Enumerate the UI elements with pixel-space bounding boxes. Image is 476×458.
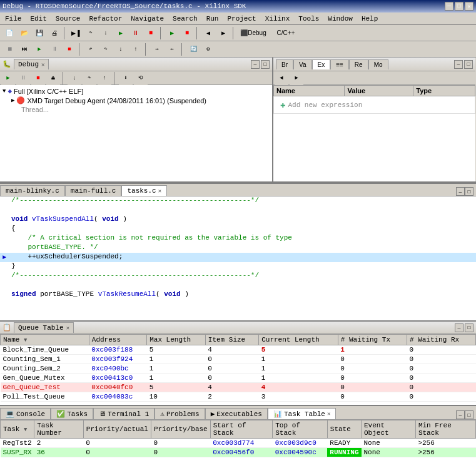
close-button[interactable]: ✕ bbox=[465, 2, 473, 11]
step-over-dbg-btn[interactable]: ↷ bbox=[83, 71, 96, 85]
terminate-button[interactable]: ■ bbox=[144, 26, 158, 40]
tb2-btn3[interactable]: ▶ bbox=[33, 43, 46, 56]
tab-executables[interactable]: ▶ Executables bbox=[205, 408, 268, 419]
expr-scroll-left[interactable]: ◄ bbox=[275, 71, 288, 85]
menu-project[interactable]: Project bbox=[223, 14, 260, 24]
use-step-btn[interactable]: ⟲ bbox=[134, 71, 148, 85]
menu-xilinx[interactable]: Xilinx bbox=[261, 14, 294, 24]
tab-modules[interactable]: Mo bbox=[368, 59, 388, 69]
tab-problems[interactable]: ⚠ Problems bbox=[154, 408, 205, 419]
tcol-priact: Priority/actual bbox=[83, 420, 151, 439]
tab-tasks[interactable]: ✅ Tasks bbox=[51, 408, 93, 419]
task-minimize[interactable]: — bbox=[456, 410, 465, 419]
minimize-button[interactable]: — bbox=[445, 2, 453, 11]
tb2-btn6[interactable]: ↶ bbox=[84, 43, 98, 56]
tb2-btn7[interactable]: ↷ bbox=[99, 43, 113, 56]
maximize-panel-button[interactable]: □ bbox=[261, 60, 270, 69]
step-into-button[interactable]: ↓ bbox=[99, 26, 113, 40]
minimize-panel-button[interactable]: — bbox=[251, 60, 260, 69]
tb2-btn2[interactable]: ⏭ bbox=[18, 43, 31, 56]
task-maximize[interactable]: □ bbox=[465, 410, 473, 419]
debug-tab-close[interactable]: ✕ bbox=[41, 61, 44, 68]
line-content bbox=[9, 206, 11, 215]
menu-refactor[interactable]: Refactor bbox=[85, 14, 126, 24]
tab-variables[interactable]: Va bbox=[293, 59, 312, 69]
menu-window[interactable]: Window bbox=[324, 14, 357, 24]
tb2-btn5[interactable]: ■ bbox=[63, 43, 76, 56]
menu-file[interactable]: File bbox=[1, 14, 25, 24]
debug-button[interactable]: ▶▐ bbox=[69, 26, 83, 40]
tb2-btn1[interactable]: ⏹ bbox=[3, 43, 16, 56]
queue-maximize[interactable]: □ bbox=[465, 323, 473, 332]
task-table-close[interactable]: ✕ bbox=[327, 410, 330, 417]
menu-source[interactable]: Source bbox=[52, 14, 84, 24]
debug-resume-btn[interactable]: ▶ bbox=[1, 71, 15, 85]
open-button[interactable]: 📂 bbox=[18, 26, 31, 40]
tree-item-xmd[interactable]: ▶ 🔴 XMD Target Debug Agent (24/08/2011 1… bbox=[1, 96, 271, 105]
queue-tab-close[interactable]: ✕ bbox=[66, 325, 69, 332]
tab-breakpoints[interactable]: Br bbox=[276, 59, 293, 69]
editor-minimize[interactable]: — bbox=[456, 187, 465, 196]
debug-mode-button[interactable]: ⬛Debug bbox=[238, 26, 269, 40]
tab-main-full[interactable]: main-full.c bbox=[65, 185, 122, 196]
tab-main-blinky[interactable]: main-blinky.c bbox=[0, 185, 65, 196]
window-controls[interactable]: — □ ✕ bbox=[445, 2, 473, 11]
queue-tab[interactable]: Queue Table ✕ bbox=[14, 322, 74, 333]
tab-registers[interactable]: ≡≡ bbox=[330, 59, 349, 69]
tb2-btn11[interactable]: ⇐ bbox=[165, 43, 179, 56]
maximize-button[interactable]: □ bbox=[455, 2, 463, 11]
menu-search[interactable]: Search bbox=[169, 14, 201, 24]
menu-navigate[interactable]: Navigate bbox=[127, 14, 168, 24]
step-ret-dbg-btn[interactable]: ↑ bbox=[98, 71, 111, 85]
tb2-btn13[interactable]: ⚙ bbox=[201, 43, 215, 56]
tb2-btn8[interactable]: ↓ bbox=[114, 43, 128, 56]
editor-maximize[interactable]: □ bbox=[465, 187, 473, 196]
tb2-btn10[interactable]: ⇒ bbox=[150, 43, 164, 56]
debug-tab[interactable]: Debug ✕ bbox=[14, 59, 49, 69]
next-button[interactable]: ▶ bbox=[216, 26, 230, 40]
print-button[interactable]: 🖨 bbox=[48, 26, 61, 40]
tab-expressions[interactable]: Ex bbox=[312, 59, 331, 69]
tb2-btn4[interactable]: ⏸ bbox=[48, 43, 61, 56]
tb2-btn12[interactable]: 🔄 bbox=[186, 43, 200, 56]
tab-terminal[interactable]: 🖥 Terminal 1 bbox=[93, 408, 154, 419]
tab-memory[interactable]: Re bbox=[349, 59, 368, 69]
cell-itemsize: 0 bbox=[205, 364, 258, 374]
step-into-dbg-btn[interactable]: ↓ bbox=[68, 71, 81, 85]
queue-minimize[interactable]: — bbox=[455, 323, 463, 332]
tab-tasks-close[interactable]: ✕ bbox=[158, 188, 161, 195]
drop-frame-btn[interactable]: ⬇ bbox=[119, 71, 133, 85]
run-button[interactable]: ▶ bbox=[165, 26, 179, 40]
tb2-btn9[interactable]: ↑ bbox=[129, 43, 143, 56]
menu-edit[interactable]: Edit bbox=[26, 14, 50, 24]
debug-terminate-btn[interactable]: ■ bbox=[31, 71, 45, 85]
tab-console[interactable]: 💻 Console bbox=[0, 408, 51, 419]
line-marker bbox=[0, 206, 9, 215]
add-expression-row[interactable]: ✚ Add new expression bbox=[276, 98, 472, 112]
save-button[interactable]: 💾 bbox=[33, 26, 46, 40]
tree-item-thread[interactable]: Thread... bbox=[1, 105, 271, 114]
menu-help[interactable]: Help bbox=[358, 14, 382, 24]
menu-run[interactable]: Run bbox=[203, 14, 223, 24]
debug-suspend-btn[interactable]: ⏸ bbox=[16, 71, 30, 85]
resume-button[interactable]: ▶ bbox=[114, 26, 128, 40]
new-button[interactable]: 📄 bbox=[3, 26, 16, 40]
prev-button[interactable]: ◀ bbox=[201, 26, 215, 40]
suspend-button[interactable]: ⏸ bbox=[129, 26, 143, 40]
cpp-mode-button[interactable]: C/C++ bbox=[270, 26, 301, 40]
task-content[interactable]: Task ▼ Task Number Priority/actual Prior… bbox=[0, 420, 476, 458]
debug-disconnect-btn[interactable]: ⏏ bbox=[46, 71, 60, 85]
maximize-expr-button[interactable]: □ bbox=[464, 60, 473, 69]
current-line: ► ++uxSchedulerSuspended; bbox=[0, 253, 476, 262]
tree-item-full[interactable]: ▼ ◆ Full [Xilinx C/C++ ELF] bbox=[1, 86, 271, 96]
tab-task-table[interactable]: 📊 Task Table ✕ bbox=[268, 408, 336, 419]
menu-tools[interactable]: Tools bbox=[295, 14, 323, 24]
code-editor[interactable]: /*--------------------------------------… bbox=[0, 196, 476, 320]
queue-content[interactable]: Name ▼ Address Max Length Item Size Curr… bbox=[0, 334, 476, 405]
add-expression-label[interactable]: Add new expression bbox=[288, 101, 362, 109]
stop-run-button[interactable]: ■ bbox=[180, 26, 194, 40]
tab-tasks[interactable]: tasks.c ✕ bbox=[121, 185, 167, 196]
minimize-expr-button[interactable]: — bbox=[454, 60, 463, 69]
expr-scroll-right[interactable]: ► bbox=[290, 71, 303, 85]
step-over-button[interactable]: ↷ bbox=[84, 26, 98, 40]
